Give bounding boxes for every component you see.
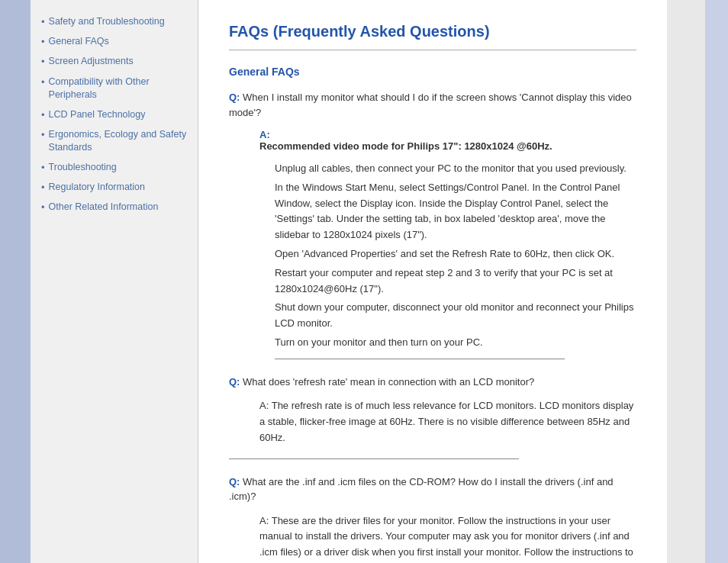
a1-step-6: Turn on your monitor and then turn on yo… — [275, 335, 636, 351]
q1-text: When I install my monitor what should I … — [229, 92, 632, 118]
a1-step-5: Shut down your computer, disconnect your… — [275, 300, 636, 332]
sidebar-item-lcd-panel[interactable]: LCD Panel Technology — [41, 108, 190, 122]
answer-2: A: The refresh rate is of much less rele… — [259, 398, 636, 446]
q1-label: Q: — [229, 92, 240, 103]
sidebar-link-safety[interactable]: Safety and Troubleshooting — [49, 15, 165, 29]
right-decorative-panel — [667, 0, 728, 563]
sidebar-link-general-faqs[interactable]: General FAQs — [49, 35, 109, 49]
title-divider — [229, 50, 636, 50]
a1-intro: Recommended video mode for Philips 17": … — [259, 140, 636, 152]
left-decorative-panel — [0, 0, 31, 563]
sidebar-link-ergonomics[interactable]: Ergonomics, Ecology and Safety Standards — [49, 128, 190, 155]
question-1: Q: When I install my monitor what should… — [229, 90, 636, 120]
a1-label: A: — [259, 129, 270, 140]
sidebar-item-safety[interactable]: Safety and Troubleshooting — [41, 15, 190, 29]
q2-text: What does 'refresh rate' mean in connect… — [240, 376, 534, 388]
a1-steps: Unplug all cables, then connect your PC … — [275, 161, 636, 351]
sidebar: Safety and Troubleshooting General FAQs … — [31, 0, 198, 563]
sidebar-link-regulatory[interactable]: Regulatory Information — [49, 181, 145, 195]
page-title: FAQs (Frequently Asked Questions) — [229, 23, 636, 40]
answer-3: A: These are the driver files for your m… — [259, 513, 636, 563]
sidebar-link-compatibility[interactable]: Compatibility with Other Peripherals — [49, 76, 190, 102]
a3-label: A: — [259, 515, 269, 526]
sidebar-item-other[interactable]: Other Related Information — [41, 201, 190, 214]
sidebar-nav: Safety and Troubleshooting General FAQs … — [41, 15, 190, 214]
sidebar-link-lcd-panel[interactable]: LCD Panel Technology — [49, 108, 146, 122]
qa-block-1: Q: When I install my monitor what should… — [229, 90, 636, 359]
right-panel-inner — [667, 0, 705, 563]
qa-block-2: Q: What does 'refresh rate' mean in conn… — [229, 375, 636, 459]
q2-divider — [229, 458, 519, 459]
sidebar-link-other[interactable]: Other Related Information — [49, 201, 159, 214]
sidebar-link-screen-adjustments[interactable]: Screen Adjustments — [49, 55, 134, 69]
a2-text: The refresh rate is of much less relevan… — [259, 400, 633, 443]
question-2: Q: What does 'refresh rate' mean in conn… — [229, 375, 636, 390]
sidebar-item-ergonomics[interactable]: Ergonomics, Ecology and Safety Standards — [41, 128, 190, 155]
qa-block-3: Q: What are the .inf and .icm files on t… — [229, 475, 636, 563]
question-3: Q: What are the .inf and .icm files on t… — [229, 475, 636, 504]
sidebar-item-compatibility[interactable]: Compatibility with Other Peripherals — [41, 76, 190, 102]
sidebar-item-troubleshooting[interactable]: Troubleshooting — [41, 161, 190, 175]
answer-1: A: Recommended video mode for Philips 17… — [259, 129, 636, 152]
sidebar-item-screen-adjustments[interactable]: Screen Adjustments — [41, 55, 190, 69]
q1-divider — [275, 359, 565, 359]
main-content: FAQs (Frequently Asked Questions) Genera… — [198, 0, 667, 563]
a2-label: A: — [259, 400, 269, 411]
a1-step-4: Restart your computer and repeat step 2 … — [275, 265, 636, 298]
q3-label: Q: — [229, 476, 240, 487]
a3-text: These are the driver files for your moni… — [259, 515, 633, 563]
sidebar-link-troubleshooting[interactable]: Troubleshooting — [49, 161, 117, 175]
q3-text: What are the .inf and .icm files on the … — [229, 476, 614, 503]
a1-step-2: In the Windows Start Menu, select Settin… — [275, 180, 636, 243]
a1-step-1: Unplug all cables, then connect your PC … — [275, 161, 636, 177]
sidebar-item-general-faqs[interactable]: General FAQs — [41, 35, 190, 49]
sidebar-item-regulatory[interactable]: Regulatory Information — [41, 181, 190, 195]
section-title: General FAQs — [229, 66, 636, 78]
a1-step-3: Open 'Advanced Properties' and set the R… — [275, 246, 636, 262]
q2-label: Q: — [229, 376, 240, 388]
